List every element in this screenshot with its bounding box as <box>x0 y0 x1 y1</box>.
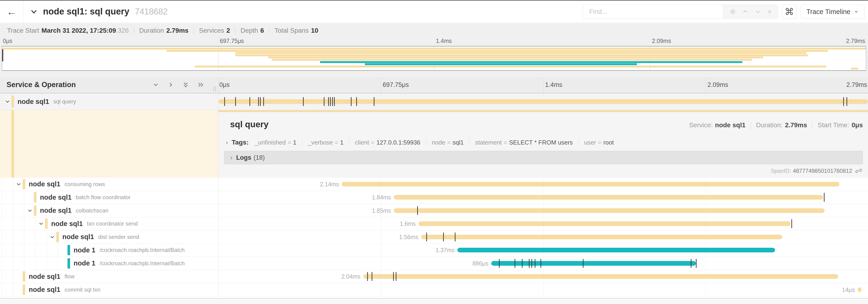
span-bar[interactable] <box>363 274 838 279</box>
span-duration-label: 2.04ms <box>341 273 361 280</box>
operation-name: flow <box>64 273 74 280</box>
detail-meta-item: Start Time:0μs <box>817 122 863 129</box>
tree-chevron-down-icon[interactable] <box>27 208 33 214</box>
tree-guide-line <box>2 217 2 231</box>
find-input[interactable] <box>583 5 723 19</box>
summary-separator <box>134 27 134 34</box>
span-timeline-cell[interactable]: 886μs <box>218 257 868 270</box>
span-bar[interactable] <box>858 288 862 292</box>
span-tree-item[interactable]: node 1/cockroach.roachpb.Internal/Batch <box>0 244 218 257</box>
collapse-one-icon[interactable] <box>152 81 159 88</box>
span-bar[interactable] <box>218 99 868 104</box>
log-marker <box>328 97 329 106</box>
locate-icon[interactable] <box>730 8 736 15</box>
find-next-icon[interactable] <box>755 8 761 15</box>
expand-all-icon[interactable] <box>197 81 204 88</box>
collapse-trace-chevron-icon[interactable] <box>30 8 38 15</box>
span-detail-meta: Service:node sql1Duration:2.79msStart Ti… <box>689 122 863 129</box>
tag-list: _unfinished=1_verbose=1client=127.0.0.1:… <box>255 138 614 146</box>
find-prev-icon[interactable] <box>742 8 749 15</box>
tags-accordion[interactable]: › Tags: _unfinished=1_verbose=1client=12… <box>226 137 863 147</box>
operation-name: consuming rows <box>64 181 105 188</box>
span-timeline-cell[interactable]: 1.6ms <box>218 217 868 231</box>
log-marker <box>351 97 351 106</box>
log-marker <box>324 97 324 106</box>
span-id-row: SpanID: 4877749850101760812 <box>771 168 862 174</box>
log-marker <box>531 259 532 268</box>
span-timeline-cell[interactable]: 2.04ms <box>218 270 868 283</box>
tree-chevron-down-icon[interactable] <box>38 221 44 227</box>
tree-guide-line <box>24 191 24 204</box>
collapse-all-icon[interactable] <box>182 81 189 88</box>
span-tree-item[interactable]: node sql1sql query <box>0 93 218 110</box>
log-marker <box>792 219 792 228</box>
ruler-gridline <box>706 77 706 93</box>
span-tree-item[interactable]: node 1/cockroach.roachpb.Internal/Batch <box>0 257 218 270</box>
log-marker <box>367 272 368 281</box>
trace-view-selector[interactable]: Trace Timeline <box>801 5 865 19</box>
span-timeline-cell[interactable]: 1.84ms <box>218 191 868 204</box>
tree-chevron-down-icon[interactable] <box>4 99 10 105</box>
minimap-drag-handle[interactable] <box>2 49 3 61</box>
span-detail-panel: sql query Service:node sql1Duration:2.79… <box>218 110 868 178</box>
logs-accordion[interactable]: › Logs (18) <box>224 151 863 164</box>
tick-label: 697.75μs <box>220 38 244 44</box>
column-resize-grip[interactable]: || <box>213 85 217 92</box>
span-bar[interactable] <box>418 221 791 226</box>
operation-name: colbatchscan <box>76 207 108 214</box>
span-duration-label: 886μs <box>472 260 489 267</box>
minimap-span-bar <box>235 55 808 56</box>
tick-label: 2.79ms <box>846 38 865 44</box>
timeline-column-header: Service & Operation || 0μs697.75μs1.4ms2… <box>0 77 868 93</box>
span-timeline-cell[interactable]: 1.56ms <box>218 231 868 243</box>
tick-label: 2.09ms <box>652 38 671 44</box>
span-timeline-cell[interactable]: 1.37ms <box>218 244 868 257</box>
tree-chevron-down-icon[interactable] <box>49 234 55 240</box>
span-duration-label: 2.14ms <box>320 181 339 188</box>
timeline-minimap[interactable] <box>2 46 866 71</box>
span-timeline-cell[interactable]: 2.14ms <box>218 178 868 191</box>
log-marker <box>583 259 584 268</box>
tree-guide-line <box>24 257 24 270</box>
clear-find-icon[interactable]: × <box>767 8 772 15</box>
back-arrow-icon: ← <box>6 6 17 17</box>
span-row: node sql1colbatchscan1.85ms <box>0 204 868 217</box>
span-tree-item[interactable]: node sql1txn coordinator send <box>0 217 218 231</box>
tick-label: 2.79ms <box>846 81 867 89</box>
tree-guide-line <box>13 270 13 283</box>
span-bar[interactable] <box>342 182 839 187</box>
span-tree-item[interactable]: node sql1consuming rows <box>0 178 218 191</box>
back-button[interactable]: ← <box>0 0 23 23</box>
expand-one-icon[interactable] <box>167 81 174 88</box>
span-bar[interactable] <box>394 195 823 200</box>
row-gridline <box>543 283 544 296</box>
log-marker <box>843 97 844 106</box>
tags-expand-icon: › <box>226 139 228 146</box>
span-tree-item[interactable]: node sql1flow <box>0 270 218 283</box>
log-marker <box>535 259 535 268</box>
span-tree-item[interactable]: node sql1dist sender send <box>0 231 218 243</box>
deep-link-icon[interactable] <box>856 168 862 174</box>
tree-guide-line <box>58 244 58 257</box>
span-id-label: SpanID: <box>771 168 791 174</box>
span-detail-title: sql query <box>230 120 269 129</box>
span-tree-item[interactable]: node sql1batch flow coordinator <box>0 191 218 204</box>
keyboard-shortcuts-button[interactable]: ⌘ <box>782 5 797 19</box>
service-color-bar <box>23 179 25 189</box>
tree-chevron-down-icon[interactable] <box>16 181 22 187</box>
summary-separator <box>235 27 236 34</box>
span-bar[interactable] <box>457 248 775 252</box>
tree-guide-line <box>2 231 2 243</box>
span-bar[interactable] <box>421 235 782 239</box>
tree-guide-line <box>13 257 13 270</box>
span-timeline-cell[interactable] <box>218 93 868 110</box>
span-tree-item[interactable]: node sql1colbatchscan <box>0 204 218 217</box>
span-timeline-cell[interactable]: 14μs <box>218 283 868 296</box>
span-tree-item[interactable]: node sql1commit sql txn <box>0 283 218 296</box>
span-bar[interactable] <box>394 208 825 213</box>
operation-name: commit sql txn <box>64 286 100 293</box>
span-timeline-cell[interactable]: 1.85ms <box>218 204 868 217</box>
summary-item: Services2 <box>199 27 230 34</box>
log-marker <box>499 259 500 268</box>
below-rows-gap <box>0 299 868 304</box>
